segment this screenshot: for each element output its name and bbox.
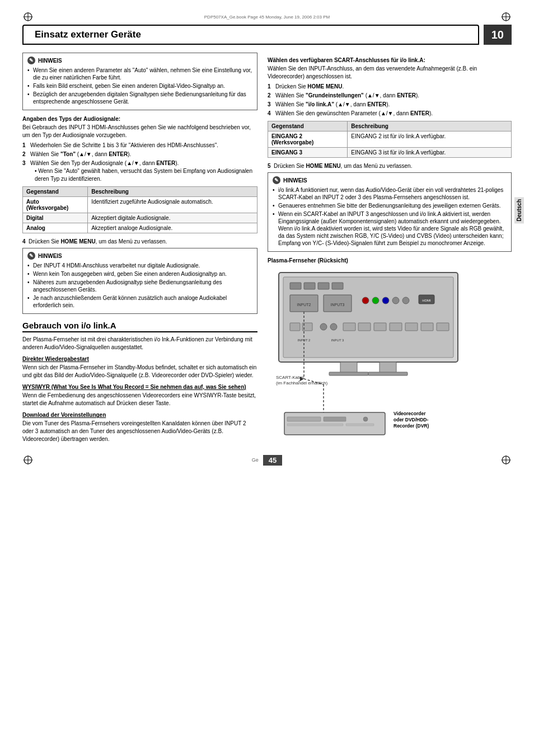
svg-rect-23 — [290, 323, 300, 331]
waehlen-cell-eingang2: EINGANG 2(Werksvorgabe) — [268, 132, 348, 148]
hinweis-item-2-1: Der INPUT 4 HDMI-Anschluss verarbeitet n… — [27, 262, 252, 269]
svg-text:Recorder (DVR): Recorder (DVR) — [394, 423, 429, 429]
hinweis-icon-3: ✎ — [273, 176, 280, 184]
plasma-heading: Plasma-Fernseher (Rücksicht) — [268, 257, 512, 264]
gebrauch-intro: Der Plasma-Fernseher ist mit drei charak… — [22, 336, 257, 351]
waehlen-cell-eingang3-desc: EINGANG 3 ist für i/o link.A verfügbar. — [348, 148, 512, 158]
table-header-beschreibung: Beschreibung — [88, 187, 257, 197]
table-row: Analog Akzeptiert analoge Audiosignale. — [23, 223, 257, 233]
page-footer: Ge 45 — [252, 454, 282, 466]
waehlen-cell-eingang3: EINGANG 3 — [268, 148, 348, 158]
reg-mark-tl — [22, 11, 34, 22]
hinweis-item-2-3: Näheres zum anzugebenden Audiosignaltyp … — [27, 279, 252, 293]
svg-point-25 — [320, 323, 327, 330]
tv-illustration: INPUT2 INPUT3 HDMI — [268, 267, 512, 442]
hinweis-icon-2: ✎ — [27, 252, 35, 260]
angaben-step-1: 1 Wiederholen Sie die Schritte 1 bis 3 f… — [22, 142, 257, 149]
svg-rect-29 — [374, 323, 386, 331]
hinweis-list-3: i/o link.A funktioniert nur, wenn das Au… — [273, 186, 507, 247]
svg-rect-31 — [405, 323, 418, 331]
left-column: ✎ HINWEIS Wenn Sie einen anderen Paramet… — [22, 53, 257, 445]
svg-rect-49 — [324, 417, 346, 421]
hinweis-item-1-1: Wenn Sie einen anderen Parameter als "Au… — [27, 67, 252, 81]
main-content: ✎ HINWEIS Wenn Sie einen anderen Paramet… — [22, 53, 512, 445]
hinweis-title-1: HINWEIS — [38, 58, 62, 64]
svg-rect-51 — [287, 424, 343, 426]
hinweis-box-3: ✎ HINWEIS i/o link.A funktioniert nur, w… — [268, 172, 512, 252]
angaben-steps: 1 Wiederholen Sie die Schritte 1 bis 3 f… — [22, 142, 257, 183]
svg-text:SCART-Kabel: SCART-Kabel — [276, 375, 304, 380]
svg-rect-32 — [421, 323, 433, 331]
plasma-tv-svg: INPUT2 INPUT3 HDMI — [268, 267, 491, 440]
waehlen-table-header-beschreibung: Beschreibung — [348, 121, 512, 132]
table-row: Auto(Werksvorgabe) Identifiziert zugefüh… — [23, 197, 257, 213]
svg-point-20 — [402, 297, 409, 304]
svg-text:INPUT3: INPUT3 — [331, 303, 345, 307]
angaben-section: Angaben des Typs der Audiosignale: Bei G… — [22, 116, 257, 246]
waehlen-step-1: 1 Drücken Sie HOME MENU. — [268, 83, 512, 91]
svg-text:oder DVD/HDD-: oder DVD/HDD- — [394, 417, 429, 422]
top-registration-marks: PDP507XA_Ge.book Page 45 Monday, June 19… — [17, 11, 517, 22]
svg-point-26 — [330, 323, 337, 330]
svg-rect-37 — [380, 362, 396, 373]
hinweis-list-1: Wenn Sie einen anderen Parameter als "Au… — [27, 67, 252, 105]
hinweis-item-3-1: i/o link.A funktioniert nur, wenn das Au… — [273, 186, 507, 201]
hinweis-header-3: ✎ HINWEIS — [273, 176, 507, 184]
svg-rect-30 — [390, 323, 402, 331]
right-col-inner: Wählen des verfügbaren SCART-Anschlusses… — [268, 57, 512, 442]
right-column: Wählen des verfügbaren SCART-Anschlusses… — [268, 53, 512, 445]
page-header: Einsatz externer Geräte 10 — [22, 25, 512, 45]
hinweis-box-1: ✎ HINWEIS Wenn Sie einen anderen Paramet… — [22, 53, 257, 110]
direkter-text: Wenn sich der Plasma-Fernseher im Standb… — [22, 364, 257, 379]
waehlen-section: Wählen des verfügbaren SCART-Anschlusses… — [268, 57, 512, 170]
svg-text:Videorecorder: Videorecorder — [394, 411, 426, 416]
svg-rect-10 — [318, 283, 329, 289]
hinweis-title-3: HINWEIS — [283, 177, 307, 184]
page-container: PDP507XA_Ge.book Page 45 Monday, June 19… — [0, 0, 534, 756]
svg-text:HDMI: HDMI — [422, 299, 431, 302]
wysiwyr-text: Wenn die Fernbedienung des angeschlossen… — [22, 392, 257, 407]
svg-rect-27 — [343, 323, 355, 331]
waehlen-step-4: 4 Wählen Sie den gewünschten Parameter (… — [268, 110, 512, 118]
angaben-heading: Angaben des Typs der Audiosignale: — [22, 116, 257, 122]
svg-rect-8 — [290, 283, 301, 289]
table-row: Digital Akzeptiert digitale Audiosignale… — [23, 213, 257, 223]
bottom-registration-marks: Ge 45 — [17, 454, 517, 466]
table-cell-analog-desc: Akzeptiert analoge Audiosignale. — [88, 223, 257, 233]
hinweis-box-2: ✎ HINWEIS Der INPUT 4 HDMI-Anschluss ver… — [22, 248, 257, 314]
svg-rect-9 — [304, 283, 315, 289]
svg-rect-36 — [340, 362, 357, 373]
svg-rect-28 — [358, 323, 371, 331]
svg-rect-48 — [287, 417, 321, 421]
plasma-section: Plasma-Fernseher (Rücksicht) — [268, 257, 512, 442]
table-row: EINGANG 3 EINGANG 3 ist für i/o link.A v… — [268, 148, 512, 158]
svg-rect-38 — [329, 372, 368, 375]
hinweis-title-2: HINWEIS — [38, 253, 62, 259]
svg-point-17 — [372, 297, 379, 304]
angaben-table: Gegenstand Beschreibung Auto(Werksvorgab… — [22, 186, 257, 233]
table-header-gegenstand: Gegenstand — [23, 187, 88, 197]
waehlen-heading: Wählen des verfügbaren SCART-Anschlusses… — [268, 57, 512, 63]
table-cell-analog: Analog — [23, 223, 88, 233]
hinweis-item-2-4: Je nach anzuschließendem Gerät können zu… — [27, 294, 252, 309]
section-title-text: Einsatz externer Geräte — [35, 29, 141, 40]
svg-text:INPUT 3: INPUT 3 — [331, 339, 345, 342]
angaben-step-3: 3 Wählen Sie den Typ der Audiosignale (▲… — [22, 159, 257, 183]
svg-point-50 — [363, 417, 368, 421]
table-cell-digital-desc: Akzeptiert digitale Audiosignale. — [88, 213, 257, 223]
waehlen-table: Gegenstand Beschreibung EINGANG 2(Werksv… — [268, 121, 512, 158]
svg-point-16 — [362, 297, 369, 304]
deutsch-label: Deutsch — [514, 197, 524, 223]
hinweis-item-3-2: Genaueres entnehmen Sie bitte der Bedien… — [273, 202, 507, 209]
waehlen-intro: Wählen Sie den INPUT-Anschluss, an dem d… — [268, 65, 512, 81]
table-row: EINGANG 2(Werksvorgabe) EINGANG 2 ist fü… — [268, 132, 512, 148]
hinweis-item-1-3: Bezüglich der anzugebenden digitalen Sig… — [27, 91, 252, 105]
reg-mark-tr — [500, 11, 512, 22]
reg-mark-bl — [22, 454, 34, 466]
svg-rect-11 — [332, 283, 343, 289]
waehlen-step-3: 3 Wählen Sie "i/o link.A" (▲/▼, dann ENT… — [268, 101, 512, 109]
table-cell-auto: Auto(Werksvorgabe) — [23, 197, 88, 213]
reg-mark-br — [500, 454, 512, 466]
hinweis-item-2-2: Wenn kein Ton ausgegeben wird, geben Sie… — [27, 270, 252, 278]
wysiwyr-heading: WYSIWYR (What You See Is What You Record… — [22, 384, 257, 390]
